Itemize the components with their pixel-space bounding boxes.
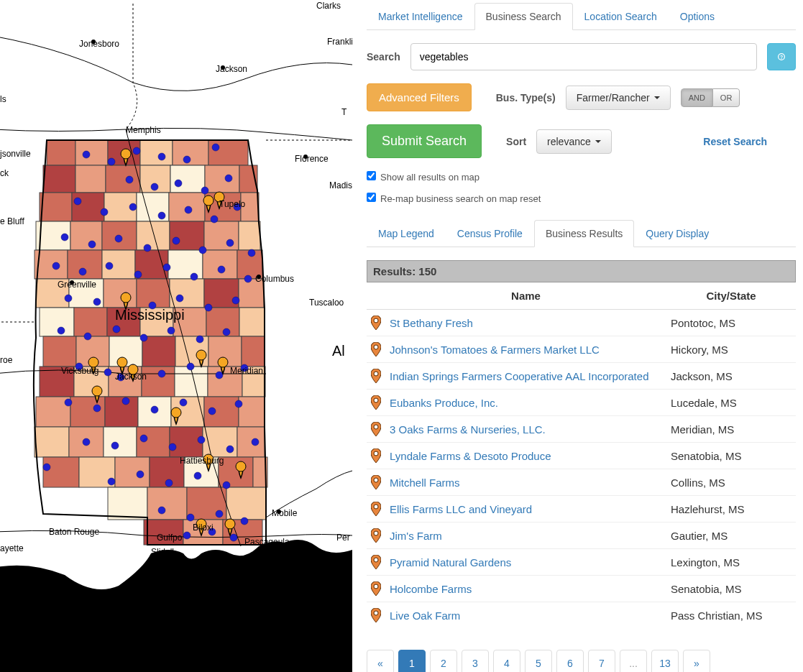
table-row: St Bethany FreshPontotoc, MS — [367, 310, 796, 336]
tab-options[interactable]: Options — [669, 3, 726, 30]
svg-rect-25 — [204, 221, 239, 250]
svg-rect-72 — [137, 427, 170, 457]
result-link[interactable]: Pyramid Natural Gardens — [390, 556, 511, 569]
submit-search-button[interactable]: Submit Search — [367, 124, 482, 158]
pin-icon[interactable] — [371, 316, 381, 330]
svg-rect-84 — [147, 487, 187, 520]
page-1[interactable]: 1 — [398, 650, 426, 672]
svg-text:Jackson: Jackson — [216, 64, 247, 74]
advanced-filters-button[interactable]: Advanced Filters — [367, 83, 472, 111]
help-button[interactable]: ? — [767, 43, 796, 70]
svg-text:Gulfpo: Gulfpo — [157, 533, 183, 543]
result-link[interactable]: Lyndale Farms & Desoto Produce — [390, 450, 551, 462]
tab-location-search[interactable]: Location Search — [573, 3, 669, 30]
svg-point-137 — [223, 328, 230, 336]
svg-point-181 — [218, 357, 228, 367]
result-link[interactable]: Holcombe Farms — [390, 583, 472, 595]
svg-point-156 — [140, 435, 147, 442]
page-13[interactable]: 13 — [651, 650, 679, 672]
svg-point-235 — [374, 425, 378, 429]
result-link[interactable]: Eubanks Produce, Inc. — [390, 397, 498, 409]
svg-point-135 — [168, 327, 175, 334]
pin-icon[interactable] — [371, 422, 381, 436]
or-toggle[interactable]: OR — [713, 88, 740, 107]
subtab-query-display[interactable]: Query Display — [634, 220, 720, 247]
reset-search-link[interactable]: Reset Search — [703, 136, 767, 147]
search-input[interactable] — [410, 43, 757, 70]
pin-icon[interactable] — [371, 475, 381, 489]
sub-tabs: Map LegendCensus ProfileBusiness Results… — [367, 220, 796, 247]
svg-text:T: T — [341, 107, 347, 117]
svg-point-227 — [277, 510, 281, 514]
result-link[interactable]: St Bethany Fresh — [390, 317, 473, 329]
pin-icon[interactable] — [371, 395, 381, 410]
result-link[interactable]: Jim's Farm — [390, 530, 442, 542]
pin-icon[interactable] — [371, 502, 381, 516]
svg-rect-71 — [104, 427, 137, 457]
top-tabs: Market IntelligenceBusiness SearchLocati… — [367, 3, 796, 30]
map-panel[interactable]: Clarks Jonesboro Franklin Jackson T Memp… — [0, 0, 352, 672]
table-row: Live Oak FarmPass Christian, MS — [367, 602, 796, 629]
result-link[interactable]: Johnson's Tomatoes & Farmers Market LLC — [390, 344, 600, 356]
svg-point-144 — [216, 372, 223, 379]
subtab-business-results[interactable]: Business Results — [534, 220, 634, 247]
result-link[interactable]: Mitchell Farms — [390, 477, 460, 489]
svg-point-120 — [163, 264, 170, 271]
and-toggle[interactable]: AND — [681, 88, 713, 107]
svg-rect-13 — [40, 193, 72, 221]
pin-icon[interactable] — [371, 581, 381, 596]
result-link[interactable]: Indian Springs Farmers Cooperative AAL I… — [390, 370, 648, 382]
svg-point-168 — [216, 510, 223, 517]
svg-rect-0 — [47, 140, 75, 165]
bus-type-value: Farmer/Rancher — [577, 92, 650, 103]
result-link[interactable]: Live Oak Farm — [390, 609, 460, 622]
svg-point-130 — [232, 297, 239, 304]
subtab-map-legend[interactable]: Map Legend — [367, 220, 446, 247]
sort-dropdown[interactable]: relevance — [536, 129, 612, 154]
pin-icon[interactable] — [371, 528, 381, 543]
pin-icon[interactable] — [371, 555, 381, 569]
svg-rect-8 — [106, 165, 140, 193]
svg-point-93 — [158, 153, 165, 160]
page-6[interactable]: 6 — [556, 650, 584, 672]
bus-type-dropdown[interactable]: Farmer/Rancher — [566, 86, 671, 110]
pin-icon[interactable] — [371, 369, 381, 383]
show-all-results-checkbox[interactable]: Show all results on map — [367, 172, 479, 183]
svg-text:Al: Al — [332, 343, 345, 359]
svg-text:Tuscaloo: Tuscaloo — [309, 298, 344, 308]
table-row: Holcombe FarmsSenatobia, MS — [367, 576, 796, 602]
svg-text:ayette: ayette — [0, 543, 24, 553]
page-7[interactable]: 7 — [588, 650, 615, 672]
col-name: Name — [385, 282, 666, 310]
page-5[interactable]: 5 — [525, 650, 552, 672]
pin-icon[interactable] — [371, 342, 381, 356]
page-2[interactable]: 2 — [430, 650, 457, 672]
pin-icon[interactable] — [371, 608, 381, 622]
svg-point-133 — [113, 326, 120, 333]
subtab-census-profile[interactable]: Census Profile — [446, 220, 534, 247]
svg-rect-4 — [173, 140, 208, 165]
remap-checkbox[interactable]: Re-map business search on map reset — [367, 193, 541, 204]
tab-market-intelligence[interactable]: Market Intelligence — [367, 3, 474, 30]
page-3[interactable]: 3 — [462, 650, 489, 672]
tab-business-search[interactable]: Business Search — [474, 3, 573, 30]
result-city: Hickory, MS — [666, 336, 796, 363]
result-link[interactable]: 3 Oaks Farms & Nurseries, LLC. — [390, 423, 546, 436]
svg-point-112 — [173, 237, 180, 244]
svg-point-99 — [201, 187, 208, 194]
svg-point-159 — [226, 446, 234, 453]
svg-point-167 — [187, 514, 194, 521]
svg-point-125 — [93, 298, 101, 305]
pin-icon[interactable] — [371, 448, 381, 463]
page-»[interactable]: » — [683, 650, 710, 672]
svg-text:Baton Rouge: Baton Rouge — [49, 527, 99, 537]
mississippi-map[interactable]: Clarks Jonesboro Franklin Jackson T Memp… — [0, 0, 352, 672]
page-«[interactable]: « — [367, 650, 394, 672]
svg-text:Florence: Florence — [295, 154, 329, 164]
svg-text:Madis: Madis — [329, 180, 352, 190]
search-label: Search — [367, 51, 400, 63]
page-4[interactable]: 4 — [493, 650, 520, 672]
svg-point-148 — [122, 397, 129, 405]
col-city: City/State — [666, 282, 796, 310]
result-link[interactable]: Ellis Farms LLC and Vineyard — [390, 503, 532, 515]
